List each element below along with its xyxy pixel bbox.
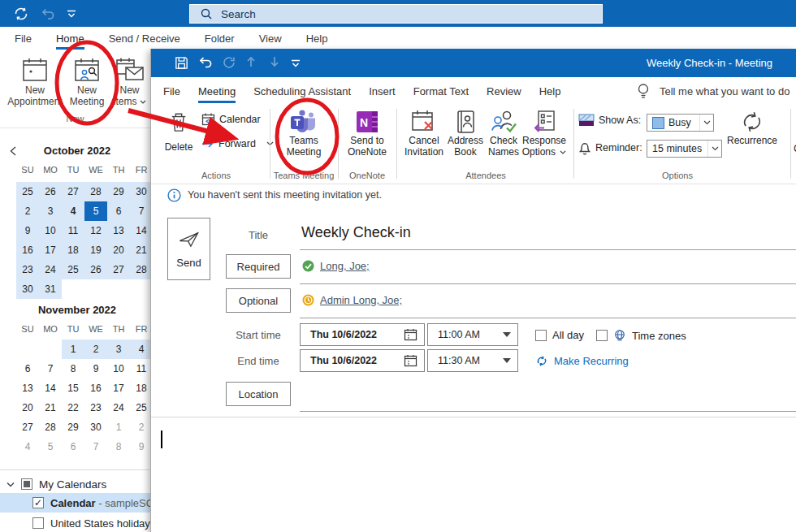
calendar-day[interactable]: 10 <box>107 359 130 378</box>
make-recurring-link[interactable]: Make Recurring <box>535 355 629 367</box>
calendar-day[interactable]: 26 <box>84 260 107 279</box>
calendar-day[interactable]: 24 <box>39 260 62 279</box>
undo-icon[interactable] <box>41 7 55 20</box>
chevron-down-icon[interactable] <box>503 358 517 363</box>
calendar-day[interactable]: 7 <box>130 201 153 221</box>
calendar-day[interactable]: 15 <box>62 378 84 398</box>
all-day-checkbox-row[interactable]: All day <box>535 329 584 341</box>
calendar-day[interactable]: 25 <box>62 260 84 279</box>
calendar-day[interactable]: 2 <box>84 340 107 359</box>
calendar-day[interactable]: 20 <box>107 240 130 260</box>
calendar-day[interactable]: 14 <box>39 378 62 398</box>
calendar-day[interactable]: 4 <box>16 437 39 456</box>
menu-item-folder[interactable]: Folder <box>205 27 235 50</box>
tab-meeting[interactable]: Meeting <box>198 77 236 106</box>
optional-attendees[interactable]: Admin Long, Joe; <box>302 294 402 306</box>
calendar-day[interactable]: 9 <box>130 437 153 456</box>
location-button[interactable]: Location <box>226 382 291 406</box>
calendar-day[interactable]: 23 <box>16 260 39 279</box>
search-input[interactable]: Search <box>189 4 603 24</box>
calendar-day[interactable]: 28 <box>84 182 107 201</box>
show-as-dropdown[interactable]: Busy <box>647 114 714 132</box>
calendar-day[interactable]: 31 <box>39 279 62 299</box>
save-icon[interactable] <box>174 55 189 71</box>
calendar-day[interactable]: 6 <box>62 437 84 456</box>
chevron-down-icon[interactable] <box>503 332 517 337</box>
time-zones-checkbox-row[interactable]: Time zones <box>596 329 686 342</box>
calendar-checkbox[interactable]: ✓ <box>32 497 44 508</box>
calendar-day[interactable]: 19 <box>84 240 107 260</box>
move-down-icon[interactable] <box>269 55 280 68</box>
chevron-left-icon[interactable] <box>10 146 16 156</box>
optional-button[interactable]: Optional <box>226 288 291 313</box>
redo-icon[interactable] <box>222 55 236 70</box>
tab-file[interactable]: File <box>163 77 180 106</box>
calendar-day[interactable]: 22 <box>62 398 84 417</box>
calendar-day[interactable]: 28 <box>130 260 153 279</box>
calendar-day[interactable]: 16 <box>16 240 39 260</box>
calendar-day[interactable]: 6 <box>107 201 130 221</box>
calendar-day[interactable]: 27 <box>16 417 39 437</box>
my-calendars-section[interactable]: My Calendars <box>0 475 150 493</box>
calendar-day[interactable]: 10 <box>39 221 62 240</box>
send-button[interactable]: Send <box>167 218 210 280</box>
all-day-checkbox[interactable] <box>535 330 547 341</box>
calendar-day[interactable]: 14 <box>130 221 153 240</box>
calendar-day[interactable]: 24 <box>107 398 130 417</box>
calendar-day[interactable]: 4 <box>130 340 153 359</box>
forward-button[interactable]: Forward <box>201 138 274 149</box>
holidays-list-item[interactable]: United States holidays <box>0 514 150 532</box>
response-options-button[interactable]: ResponseOptions <box>518 108 570 158</box>
calendar-day[interactable]: 9 <box>84 359 107 378</box>
calendar-day[interactable]: 17 <box>107 378 130 398</box>
time-zones-checkbox[interactable] <box>596 330 608 341</box>
calendar-day[interactable]: 8 <box>107 437 130 456</box>
end-time-dropdown[interactable]: 11:30 AM <box>427 349 518 372</box>
my-calendars-checkbox[interactable] <box>21 478 32 490</box>
start-date-picker[interactable]: Thu 10/6/2022 <box>300 323 425 346</box>
qat-customize-icon[interactable] <box>291 59 301 67</box>
menu-item-help[interactable]: Help <box>306 27 328 50</box>
calendar-list-item[interactable]: ✓ Calendar - sampleSOM.. <box>0 493 150 513</box>
holidays-checkbox[interactable] <box>32 517 44 529</box>
calendar-day[interactable]: 30 <box>84 417 107 437</box>
end-date-picker[interactable]: Thu 10/6/2022 <box>300 349 425 372</box>
calendar-day[interactable]: 27 <box>62 182 84 201</box>
calendar-day[interactable]: 29 <box>62 417 84 437</box>
menu-item-home[interactable]: Home <box>56 27 84 50</box>
tab-insert[interactable]: Insert <box>369 77 396 106</box>
recurrence-button[interactable]: Recurrence <box>726 108 778 146</box>
date-picker-icon[interactable] <box>404 328 424 341</box>
calendar-day[interactable]: 28 <box>39 417 62 437</box>
calendar-day[interactable]: 1 <box>107 417 130 437</box>
calendar-day[interactable]: 27 <box>107 260 130 279</box>
tell-me-box[interactable]: Tell me what you want to do <box>637 77 790 106</box>
calendar-day[interactable]: 6 <box>16 359 39 378</box>
calendar-day[interactable]: 1 <box>62 340 84 359</box>
calendar-day[interactable]: 13 <box>16 378 39 398</box>
calendar-day[interactable]: 4 <box>62 201 84 221</box>
menu-item-view[interactable]: View <box>259 27 282 50</box>
calendar-day[interactable]: 13 <box>107 221 130 240</box>
calendar-day[interactable]: 11 <box>130 359 153 378</box>
send-to-onenote-button[interactable]: N Send toOneNote <box>341 108 393 158</box>
menu-item-send-receive[interactable]: Send / Receive <box>109 27 180 50</box>
calendar-day[interactable]: 18 <box>130 378 153 398</box>
calendar-day[interactable]: 8 <box>62 359 84 378</box>
required-attendees[interactable]: Long, Joe; <box>302 260 370 272</box>
calendar-day[interactable]: 2 <box>130 417 153 437</box>
calendar-day[interactable]: 26 <box>39 182 62 201</box>
calendar-day[interactable]: 11 <box>62 221 84 240</box>
calendar-day[interactable]: 23 <box>84 398 107 417</box>
calendar-day[interactable]: 29 <box>107 182 130 201</box>
calendar-day[interactable]: 5 <box>39 437 62 456</box>
new-items-button[interactable]: New Items <box>109 55 150 107</box>
tab-scheduling-assistant[interactable]: Scheduling Assistant <box>253 77 351 106</box>
teams-meeting-button[interactable]: TeamsMeeting <box>278 108 330 158</box>
start-time-dropdown[interactable]: 11:00 AM <box>427 323 518 346</box>
qat-customize-icon[interactable] <box>67 10 76 18</box>
move-up-icon[interactable] <box>245 55 257 68</box>
calendar-day[interactable]: 20 <box>16 398 39 417</box>
required-button[interactable]: Required <box>226 254 291 279</box>
title-value[interactable]: Weekly Check-in <box>301 224 411 241</box>
